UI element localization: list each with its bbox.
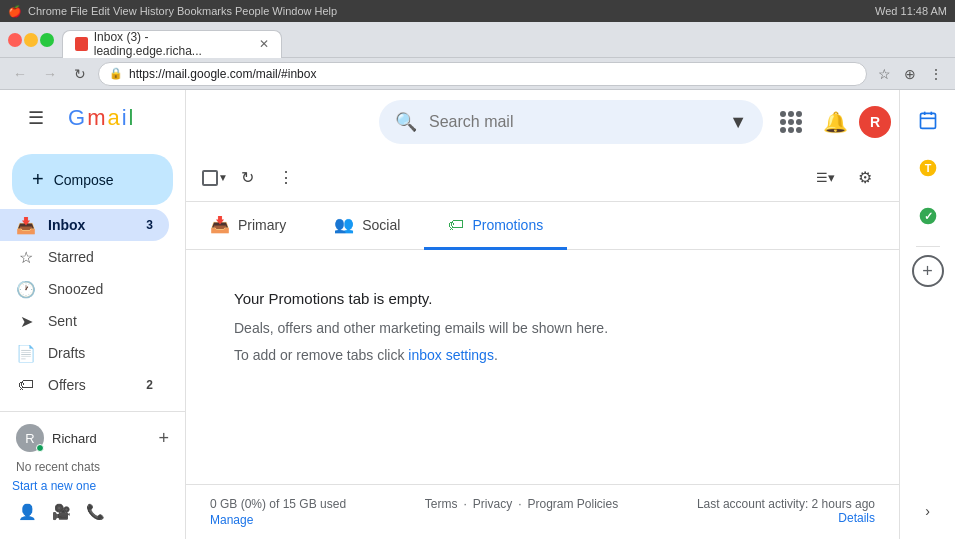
primary-tab-icon: 📥 bbox=[210, 215, 230, 234]
offers-label: Offers bbox=[48, 377, 134, 393]
bookmark-button[interactable]: ☆ bbox=[873, 63, 895, 85]
settings-suffix: . bbox=[494, 347, 498, 363]
chat-bottom-icons: 👤 🎥 📞 bbox=[12, 493, 173, 531]
snoozed-icon: 🕐 bbox=[16, 280, 36, 299]
notifications-button[interactable]: 🔔 bbox=[815, 102, 855, 142]
right-panel-divider bbox=[916, 246, 940, 247]
details-link[interactable]: Details bbox=[838, 511, 875, 525]
main-content: 🔍 ▼ 🔔 R bbox=[185, 90, 899, 539]
inbox-icon: 📥 bbox=[16, 216, 36, 235]
drafts-icon: 📄 bbox=[16, 344, 36, 363]
tasks-icon: T bbox=[918, 158, 938, 178]
sidebar-item-starred[interactable]: ☆ Starred bbox=[0, 241, 169, 273]
search-filter-button[interactable]: ▼ bbox=[729, 112, 747, 133]
select-dropdown-arrow[interactable]: ▼ bbox=[218, 172, 228, 183]
terms-link[interactable]: Terms bbox=[425, 497, 458, 511]
os-time: Wed 11:48 AM bbox=[875, 5, 947, 17]
footer-center: Terms · Privacy · Program Policies bbox=[425, 497, 618, 511]
more-options-button[interactable]: ⋮ bbox=[268, 160, 304, 196]
hamburger-menu-button[interactable]: ☰ bbox=[16, 98, 56, 138]
starred-icon: ☆ bbox=[16, 248, 36, 267]
sidebar-item-offers[interactable]: 🏷 Offers 2 bbox=[0, 369, 169, 401]
more-label: More bbox=[48, 409, 153, 411]
manage-storage-link[interactable]: Manage bbox=[210, 513, 346, 527]
tab-close-button[interactable]: ✕ bbox=[259, 37, 269, 51]
search-bar: 🔍 ▼ bbox=[379, 100, 763, 144]
inbox-settings-link[interactable]: inbox settings bbox=[408, 347, 494, 363]
primary-tab-label: Primary bbox=[238, 217, 286, 233]
tab-social[interactable]: 👥 Social bbox=[310, 202, 424, 250]
os-menu: Chrome File Edit View History Bookmarks … bbox=[28, 5, 337, 17]
snoozed-label: Snoozed bbox=[48, 281, 153, 297]
os-bar: 🍎 Chrome File Edit View History Bookmark… bbox=[0, 0, 955, 22]
offers-badge: 2 bbox=[146, 378, 153, 392]
inbox-label: Inbox bbox=[48, 217, 134, 233]
address-bar[interactable]: 🔒 https://mail.google.com/mail/#inbox bbox=[98, 62, 867, 86]
footer-right: Last account activity: 2 hours ago Detai… bbox=[697, 497, 875, 525]
keep-icon: ✓ bbox=[918, 206, 938, 226]
compose-label: Compose bbox=[54, 172, 114, 188]
url-display: https://mail.google.com/mail/#inbox bbox=[129, 67, 316, 81]
tasks-panel-button[interactable]: T bbox=[908, 148, 948, 188]
calendar-panel-button[interactable] bbox=[908, 100, 948, 140]
promotions-tab-label: Promotions bbox=[472, 217, 543, 233]
footer-left: 0 GB (0%) of 15 GB used Manage bbox=[210, 497, 346, 527]
sidebar: ☰ Gmail + Compose 📥 Inbox 3 ☆ Starred 🕐 bbox=[0, 90, 185, 539]
calendar-icon bbox=[918, 110, 938, 130]
drafts-label: Drafts bbox=[48, 345, 153, 361]
svg-text:T: T bbox=[924, 162, 931, 174]
secure-icon: 🔒 bbox=[109, 67, 123, 80]
sidebar-item-drafts[interactable]: 📄 Drafts bbox=[0, 337, 169, 369]
browser-tab[interactable]: Inbox (3) - leading.edge.richa... ✕ bbox=[62, 30, 282, 58]
settings-button[interactable]: ⚙ bbox=[847, 160, 883, 196]
search-input[interactable] bbox=[429, 113, 717, 131]
forward-button[interactable]: → bbox=[38, 62, 62, 86]
zoom-button[interactable]: ⊕ bbox=[899, 63, 921, 85]
toolbar-right: ☰▾ ⚙ bbox=[807, 160, 883, 196]
program-policies-link[interactable]: Program Policies bbox=[527, 497, 618, 511]
close-button[interactable] bbox=[8, 33, 22, 47]
window-controls[interactable] bbox=[0, 33, 62, 47]
svg-rect-0 bbox=[920, 113, 935, 128]
new-chat-icon-button[interactable]: 👤 bbox=[12, 497, 42, 527]
select-checkbox-wrapper[interactable]: ▼ bbox=[202, 170, 228, 186]
sidebar-item-inbox[interactable]: 📥 Inbox 3 bbox=[0, 209, 169, 241]
apple-icon[interactable]: 🍎 bbox=[8, 5, 22, 18]
add-chat-button[interactable]: + bbox=[158, 428, 169, 449]
phone-icon-button[interactable]: 📞 bbox=[80, 497, 110, 527]
sidebar-item-snoozed[interactable]: 🕐 Snoozed bbox=[0, 273, 169, 305]
sidebar-item-sent[interactable]: ➤ Sent bbox=[0, 305, 169, 337]
storage-info: 0 GB (0%) of 15 GB used bbox=[210, 497, 346, 511]
meet-icon-button[interactable]: 🎥 bbox=[46, 497, 76, 527]
tab-promotions[interactable]: 🏷 Promotions bbox=[424, 202, 567, 250]
social-tab-icon: 👥 bbox=[334, 215, 354, 234]
logo-i: i bbox=[122, 105, 127, 131]
compose-button[interactable]: + Compose bbox=[12, 154, 173, 205]
search-icon: 🔍 bbox=[395, 111, 417, 133]
apps-button[interactable] bbox=[771, 102, 811, 142]
user-avatar-button[interactable]: R bbox=[859, 106, 891, 138]
os-bar-right: Wed 11:48 AM bbox=[875, 5, 947, 17]
logo-a: a bbox=[107, 105, 119, 131]
privacy-link[interactable]: Privacy bbox=[473, 497, 512, 511]
search-area: 🔍 ▼ bbox=[379, 100, 763, 144]
maximize-button[interactable] bbox=[40, 33, 54, 47]
minimize-button[interactable] bbox=[24, 33, 38, 47]
mail-tabs: 📥 Primary 👥 Social 🏷 Promotions bbox=[186, 202, 899, 250]
address-bar-actions: ☆ ⊕ ⋮ bbox=[873, 63, 947, 85]
tab-primary[interactable]: 📥 Primary bbox=[186, 202, 310, 250]
footer-separator-1: · bbox=[463, 497, 466, 511]
sidebar-item-more[interactable]: ⌄ More bbox=[0, 401, 169, 411]
select-all-checkbox[interactable] bbox=[202, 170, 218, 186]
start-chat-link[interactable]: Start a new one bbox=[12, 479, 96, 493]
expand-panel-button[interactable]: › bbox=[912, 499, 944, 523]
starred-label: Starred bbox=[48, 249, 153, 265]
layout-button[interactable]: ☰▾ bbox=[807, 160, 843, 196]
add-app-button[interactable]: + bbox=[912, 255, 944, 287]
refresh-button[interactable]: ↻ bbox=[230, 160, 266, 196]
keep-panel-button[interactable]: ✓ bbox=[908, 196, 948, 236]
reload-button[interactable]: ↻ bbox=[68, 62, 92, 86]
chat-user-row[interactable]: R Richard + bbox=[12, 420, 173, 456]
back-button[interactable]: ← bbox=[8, 62, 32, 86]
browser-menu-button[interactable]: ⋮ bbox=[925, 63, 947, 85]
